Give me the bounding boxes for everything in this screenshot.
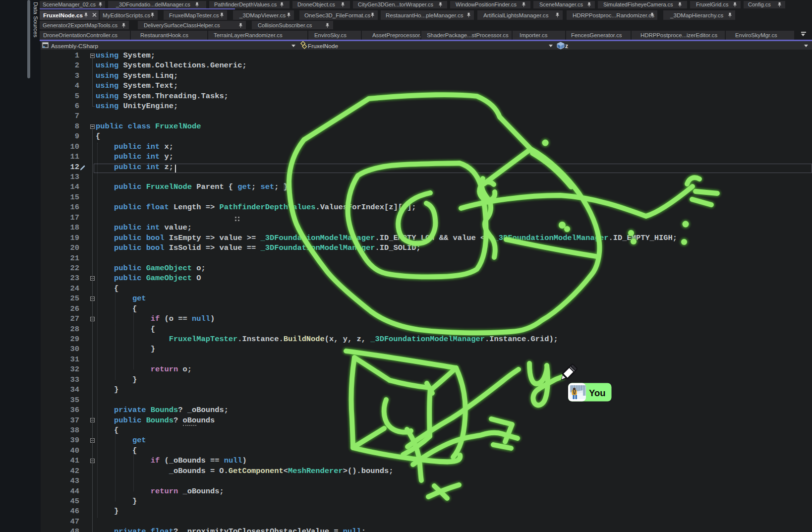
svg-text:You: You (589, 388, 606, 398)
